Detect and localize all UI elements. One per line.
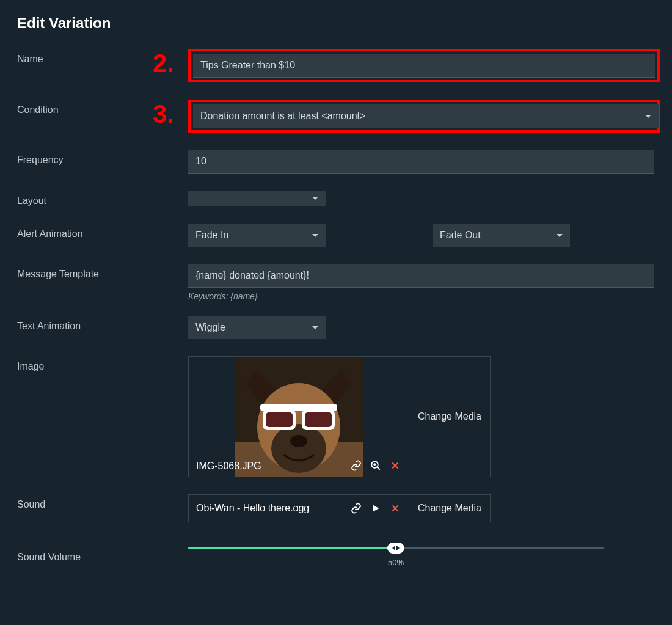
keywords-hint: Keywords: {name} — [188, 291, 655, 301]
row-frequency: Frequency — [17, 150, 655, 174]
step-3-marker: 3. — [153, 100, 174, 129]
alert-animation-label: Alert Animation — [17, 224, 188, 239]
image-filename: IMG-5068.JPG — [196, 461, 350, 472]
row-layout: Layout — [17, 191, 655, 207]
image-label: Image — [17, 356, 188, 372]
alert-in-value: Fade In — [195, 230, 228, 241]
text-animation-label: Text Animation — [17, 316, 188, 332]
frequency-input[interactable] — [188, 150, 654, 174]
remove-icon[interactable] — [389, 502, 401, 514]
play-icon[interactable] — [370, 502, 382, 514]
sound-filename: Obi-Wan - Hello there.ogg — [196, 503, 343, 514]
layout-label: Layout — [17, 191, 188, 207]
row-message-template: Message Template Keywords: {name} — [17, 264, 655, 301]
layout-select[interactable] — [188, 191, 326, 206]
row-volume: Sound Volume 50% — [17, 547, 655, 563]
slider-thumb-icon[interactable] — [387, 543, 404, 554]
chevron-down-icon — [312, 197, 318, 200]
page-title: Edit Variation — [17, 15, 655, 32]
change-sound-button[interactable]: Change Media — [409, 503, 490, 514]
condition-value: Donation amount is at least <amount> — [200, 111, 365, 122]
text-animation-value: Wiggle — [195, 322, 225, 333]
link-icon[interactable] — [350, 502, 362, 514]
highlight-name: 2. — [188, 49, 660, 82]
volume-label: Sound Volume — [17, 547, 188, 563]
row-alert-animation: Alert Animation Fade In Fade Out — [17, 224, 655, 247]
message-template-label: Message Template — [17, 264, 188, 280]
remove-icon[interactable] — [389, 459, 401, 472]
chevron-down-icon — [312, 234, 318, 237]
row-sound: Sound Obi-Wan - Hello there.ogg — [17, 494, 655, 522]
image-preview — [235, 357, 363, 477]
link-icon[interactable] — [350, 459, 362, 472]
chevron-down-icon — [312, 326, 318, 329]
sound-label: Sound — [17, 494, 188, 510]
change-image-button[interactable]: Change Media — [409, 357, 490, 477]
chevron-down-icon — [645, 115, 651, 118]
alert-out-value: Fade Out — [440, 230, 481, 241]
row-condition: Condition 3. Donation amount is at least… — [17, 100, 655, 133]
volume-value: 50% — [388, 558, 404, 567]
frequency-label: Frequency — [17, 150, 188, 166]
svg-rect-7 — [266, 412, 293, 427]
row-name: Name 2. — [17, 49, 655, 82]
message-template-input[interactable] — [188, 264, 654, 288]
image-media-box: IMG-5068.JPG Change Media — [188, 356, 491, 477]
alert-out-select[interactable]: Fade Out — [433, 224, 570, 247]
row-image: Image — [17, 356, 655, 477]
svg-line-11 — [377, 467, 380, 470]
name-input[interactable] — [193, 54, 655, 78]
highlight-condition: 3. Donation amount is at least <amount> — [188, 100, 660, 133]
svg-point-9 — [290, 435, 307, 447]
chevron-down-icon — [557, 234, 563, 237]
svg-rect-8 — [305, 412, 332, 427]
step-2-marker: 2. — [153, 49, 174, 78]
zoom-in-icon[interactable] — [370, 459, 382, 472]
condition-select[interactable]: Donation amount is at least <amount> — [193, 104, 659, 128]
sound-media-box: Obi-Wan - Hello there.ogg Change Media — [188, 494, 491, 522]
row-text-animation: Text Animation Wiggle — [17, 316, 655, 339]
text-animation-select[interactable]: Wiggle — [188, 316, 326, 339]
volume-slider[interactable]: 50% — [188, 547, 604, 549]
alert-in-select[interactable]: Fade In — [188, 224, 326, 247]
